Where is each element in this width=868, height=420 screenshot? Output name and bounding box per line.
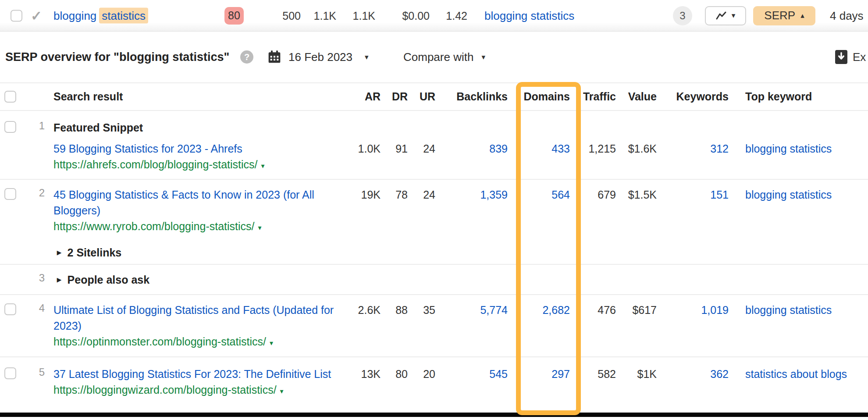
chevron-down-icon: ▾	[481, 53, 485, 62]
calendar-icon	[267, 50, 281, 64]
row-checkbox[interactable]	[4, 188, 16, 200]
result-type-label: Featured Snippet	[53, 120, 346, 135]
table-row: 1 Featured Snippet 59 Blogging Statistic…	[0, 111, 868, 180]
column-header-value[interactable]: Value	[616, 90, 657, 103]
column-header-traffic[interactable]: Traffic	[570, 90, 616, 103]
bottom-divider-bar	[0, 413, 868, 417]
compare-with-dropdown[interactable]: Compare with ▾	[403, 50, 485, 64]
compare-with-label: Compare with	[403, 50, 473, 64]
traffic-value: 1,215	[570, 120, 616, 157]
export-button[interactable]: Ex	[835, 50, 866, 64]
metric-value: 1.1K	[342, 9, 375, 22]
clicks-per-search-value: 1.42	[434, 9, 467, 22]
table-header-row: Search result AR DR UR Backlinks Domains…	[0, 83, 868, 111]
ar-value: 1.0K	[346, 120, 381, 157]
sitelinks-toggle[interactable]: ▸2 Sitelinks	[53, 245, 346, 260]
value-value: $1.6K	[616, 120, 657, 157]
rank-number: 1	[30, 120, 45, 132]
result-url[interactable]: https://bloggingwizard.com/blogging-stat…	[53, 382, 346, 399]
column-header-ar[interactable]: AR	[346, 90, 381, 103]
column-header-dr[interactable]: DR	[381, 90, 408, 103]
chart-dropdown-button[interactable]: ▾	[705, 6, 746, 25]
backlinks-link[interactable]: 5,774	[480, 304, 508, 316]
column-header-backlinks[interactable]: Backlinks	[435, 90, 508, 103]
traffic-value: 476	[570, 302, 616, 318]
url-chevron-down-icon: ▾	[258, 224, 262, 231]
rank-number: 3	[30, 272, 45, 284]
column-header-domains[interactable]: Domains	[508, 90, 570, 103]
domains-link[interactable]: 297	[551, 368, 570, 380]
url-text: https://bloggingwizard.com/blogging-stat…	[53, 384, 277, 396]
volume-value: 500	[263, 9, 301, 22]
ar-value: 19K	[346, 187, 381, 203]
serp-toggle-button[interactable]: SERP ▴	[753, 6, 815, 25]
ar-value: 13K	[346, 366, 381, 382]
result-title-link[interactable]: 45 Blogging Statistics & Facts to Know i…	[53, 187, 346, 218]
people-also-ask-toggle[interactable]: ▸People also ask	[53, 272, 346, 288]
column-header-keywords[interactable]: Keywords	[657, 90, 729, 103]
value-value: $1K	[616, 366, 657, 382]
table-row: 4 Ultimate List of Blogging Statistics a…	[0, 295, 868, 357]
serp-age: 4 days	[830, 9, 864, 22]
traffic-value: 582	[570, 366, 616, 382]
keyword-row: ✓ bloggingstatistics 80 500 1.1K 1.1K $0…	[0, 0, 868, 32]
top-keyword-link[interactable]: statistics about blogs	[745, 368, 847, 380]
result-url[interactable]: https://www.ryrob.com/blogging-statistic…	[53, 218, 346, 236]
keyword-part1: blogging	[53, 9, 96, 22]
result-url[interactable]: https://ahrefs.com/blog/blogging-statist…	[53, 157, 346, 174]
url-chevron-down-icon: ▾	[280, 388, 284, 395]
url-text: https://optinmonster.com/blogging-statis…	[53, 335, 266, 348]
row-checkbox[interactable]	[4, 367, 16, 379]
select-all-checkbox[interactable]	[4, 91, 16, 103]
top-keyword-link[interactable]: blogging statistics	[745, 189, 832, 201]
column-header-search-result[interactable]: Search result	[45, 90, 346, 103]
checked-icon: ✓	[31, 7, 42, 24]
url-chevron-down-icon: ▾	[270, 339, 273, 347]
url-text: https://www.ryrob.com/blogging-statistic…	[53, 220, 255, 232]
domains-link[interactable]: 2,682	[542, 304, 570, 316]
chevron-up-icon: ▴	[800, 11, 804, 20]
rank-number: 5	[30, 366, 45, 378]
date-value: 16 Feb 2023	[288, 50, 352, 64]
dr-value: 80	[381, 366, 408, 382]
table-row: 2 45 Blogging Statistics & Facts to Know…	[0, 180, 868, 265]
serp-button-label: SERP	[764, 9, 795, 22]
result-title-link[interactable]: 37 Latest Blogging Statistics For 2023: …	[53, 366, 346, 382]
backlinks-link[interactable]: 545	[489, 368, 508, 380]
value-value: $1.5K	[616, 187, 657, 203]
dr-value: 88	[381, 302, 408, 318]
keywords-link[interactable]: 1,019	[701, 304, 729, 316]
serp-keyword-link[interactable]: blogging statistics	[484, 9, 574, 22]
domains-link[interactable]: 564	[551, 189, 570, 201]
keyword-label[interactable]: bloggingstatistics	[53, 9, 148, 22]
column-header-ur[interactable]: UR	[408, 90, 435, 103]
table-row: 3 ▸People also ask	[0, 265, 868, 295]
keywords-link[interactable]: 151	[710, 189, 729, 201]
help-icon[interactable]: ?	[240, 50, 253, 64]
date-picker[interactable]: 16 Feb 2023 ▾	[288, 50, 369, 64]
column-header-top-keyword[interactable]: Top keyword	[729, 90, 868, 103]
top-keyword-link[interactable]: blogging statistics	[745, 142, 832, 155]
serp-overview-page: ✓ bloggingstatistics 80 500 1.1K 1.1K $0…	[0, 0, 868, 420]
chevron-down-icon: ▾	[365, 53, 369, 62]
chevron-down-icon: ▾	[732, 11, 736, 20]
ur-value: 24	[408, 187, 435, 203]
kd-badge: 80	[224, 7, 244, 25]
row-checkbox[interactable]	[4, 303, 16, 315]
expand-icon: ▸	[57, 245, 61, 260]
backlinks-link[interactable]: 1,359	[480, 189, 508, 201]
result-title-link[interactable]: 59 Blogging Statistics for 2023 - Ahrefs	[53, 141, 346, 157]
export-icon	[835, 50, 847, 64]
keywords-link[interactable]: 312	[710, 142, 729, 155]
keywords-link[interactable]: 362	[710, 368, 729, 380]
row-checkbox[interactable]	[4, 121, 16, 133]
result-title-link[interactable]: Ultimate List of Blogging Statistics and…	[53, 302, 346, 334]
metric-value: 1.1K	[302, 9, 336, 22]
keyword-row-checkbox[interactable]	[11, 10, 22, 21]
domains-link[interactable]: 433	[551, 142, 570, 155]
rank-number: 2	[30, 187, 45, 199]
top-keyword-link[interactable]: blogging statistics	[745, 304, 832, 316]
expand-icon: ▸	[57, 272, 61, 288]
backlinks-link[interactable]: 839	[489, 142, 508, 155]
result-url[interactable]: https://optinmonster.com/blogging-statis…	[53, 334, 346, 351]
